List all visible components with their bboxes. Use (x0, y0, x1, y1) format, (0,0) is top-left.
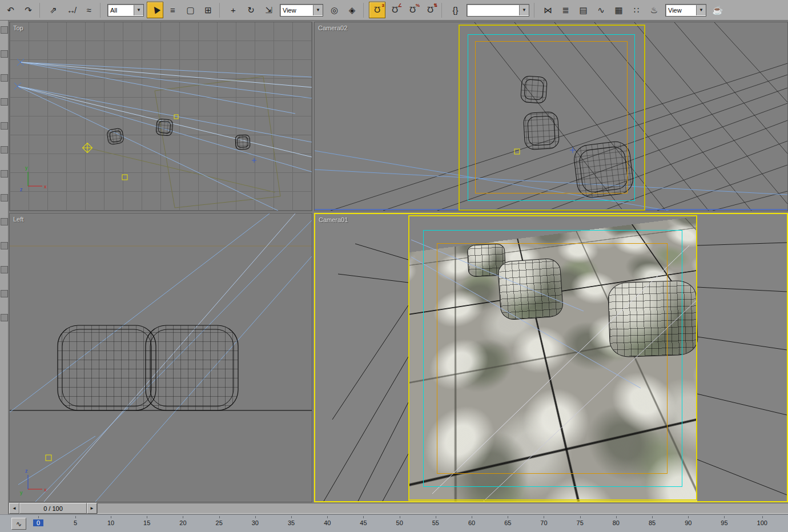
side-panel-icon[interactable] (1, 98, 8, 106)
spinner-snap-icon-badge: ⇅ (433, 3, 437, 8)
top-viewport-wireframe: y x z (10, 22, 312, 211)
viewport-top[interactable]: Top (9, 22, 312, 211)
viewport-camera01[interactable]: Camera01 (314, 213, 788, 502)
dropdown-arrow-icon[interactable]: ▼ (313, 5, 323, 15)
window-crossing-icon[interactable]: ⊞ (200, 2, 216, 18)
material-editor-icon-glyph: ∷ (634, 6, 640, 14)
select-object-icon[interactable]: ▶ (147, 2, 163, 18)
percent-snap-icon[interactable]: Ω% (404, 2, 421, 18)
dropdown-arrow-icon[interactable]: ▼ (134, 5, 143, 15)
material-editor-icon[interactable]: ∷ (628, 2, 645, 18)
select-object-icon-glyph: ▶ (150, 5, 160, 15)
schematic-view-icon[interactable]: ▦ (610, 2, 627, 18)
dropdown-arrow-icon[interactable]: ▼ (696, 5, 706, 15)
select-and-move-icon-glyph: + (231, 6, 236, 14)
side-panel-icon[interactable] (1, 122, 8, 130)
frame-tick-label: 85 (649, 519, 656, 526)
window-crossing-icon-glyph: ⊞ (204, 6, 212, 14)
wireframe-box-objects[interactable] (58, 325, 238, 410)
select-by-name-icon-glyph: ≡ (170, 6, 175, 14)
side-panel-icon[interactable] (1, 242, 8, 249)
undo-icon-glyph: ↶ (7, 6, 14, 14)
render-type-dropdown[interactable]: View▼ (665, 4, 706, 17)
unlink-selection-icon[interactable]: ↮ (63, 2, 79, 18)
named-selection-sets-icon-glyph: {} (452, 6, 458, 14)
redo-icon[interactable]: ↷ (20, 2, 37, 18)
side-panel-icon[interactable] (1, 146, 8, 154)
frame-tick-label: 30 (252, 519, 259, 526)
axis-tripod: z x y (20, 468, 47, 495)
light-source-marker[interactable] (14, 59, 24, 90)
mini-curve-editor-button[interactable]: ∿ (11, 518, 26, 530)
select-by-name-icon[interactable]: ≡ (164, 2, 181, 18)
side-panel-icon[interactable] (1, 218, 8, 225)
light-rays (10, 213, 312, 502)
selection-filter-dropdown[interactable]: All▼ (107, 4, 144, 17)
side-panel-icon[interactable] (1, 74, 8, 82)
rendered-region (408, 215, 697, 501)
viewport-label-camera02[interactable]: Camera02 (318, 25, 347, 31)
select-and-link-icon[interactable]: ⇗ (45, 2, 62, 18)
plane-object-wire[interactable] (155, 76, 280, 208)
use-pivot-center-icon[interactable]: ◎ (326, 2, 343, 18)
reference-coordinate-dropdown[interactable]: View▼ (280, 4, 323, 17)
svg-text:y: y (25, 165, 28, 171)
time-slider-track[interactable] (97, 503, 788, 514)
textured-box-object[interactable] (608, 280, 698, 357)
bind-to-space-warp-icon[interactable]: ≈ (81, 2, 97, 18)
dropdown-arrow-icon[interactable]: ▼ (519, 5, 529, 15)
previous-frame-button[interactable]: ◄ (9, 503, 19, 514)
layer-manager-icon[interactable]: ▤ (575, 2, 592, 18)
side-panel-icon[interactable] (1, 266, 8, 273)
wireframe-box-objects[interactable] (107, 119, 250, 150)
frame-tick-label: 75 (577, 519, 584, 526)
side-panel-icon[interactable] (1, 26, 8, 34)
helper-marker (46, 455, 51, 461)
frame-tick-label: 100 (757, 519, 767, 526)
viewport-label-top[interactable]: Top (13, 25, 23, 31)
undo-icon[interactable]: ↶ (2, 2, 19, 18)
select-and-rotate-icon[interactable]: ↻ (243, 2, 259, 18)
helper-markers (514, 147, 576, 154)
viewport-label-left[interactable]: Left (13, 216, 23, 223)
side-panel-icon[interactable] (1, 50, 8, 58)
align-icon[interactable]: ≣ (557, 2, 574, 18)
time-slider-handle[interactable]: 0 / 100 (19, 503, 87, 514)
named-selection-dropdown[interactable]: ▼ (467, 4, 529, 17)
frame-tick-label: 5 (73, 519, 78, 526)
spinner-snap-icon[interactable]: Ω⇅ (422, 2, 439, 18)
render-scene-icon[interactable]: ♨ (646, 2, 662, 18)
textured-box-object[interactable] (497, 257, 564, 320)
side-panel-icon[interactable] (1, 170, 8, 178)
angle-snap-icon[interactable]: Ω∠ (387, 2, 403, 18)
select-and-scale-icon[interactable]: ⇲ (260, 2, 277, 18)
spinner-snap-icon-glyph: Ω (427, 6, 433, 14)
rectangular-selection-region-icon[interactable]: ▢ (182, 2, 199, 18)
track-bar[interactable]: ∿ 05101520253035404550556065707580859095… (0, 514, 788, 532)
viewport-label-camera01[interactable]: Camera01 (319, 216, 348, 223)
curve-editor-icon[interactable]: ∿ (593, 2, 609, 18)
side-panel-icon[interactable] (1, 314, 8, 321)
select-and-move-icon[interactable]: + (225, 2, 242, 18)
mirror-icon[interactable]: ⋈ (540, 2, 556, 18)
side-panel-icon[interactable] (1, 194, 8, 201)
named-selection-sets-icon[interactable]: {} (447, 2, 464, 18)
side-panel-icon[interactable] (1, 290, 8, 297)
select-and-rotate-icon-glyph: ↻ (247, 6, 255, 14)
quick-render-icon[interactable]: ☕ (709, 2, 726, 18)
selection-filter-dropdown-value: All (108, 7, 134, 14)
schematic-view-icon-glyph: ▦ (614, 6, 622, 14)
select-and-manipulate-icon[interactable]: ◈ (344, 2, 360, 18)
selected-light-marker[interactable] (83, 115, 178, 180)
viewport-left[interactable]: Left z x y (9, 213, 312, 502)
light-ray-bright (44, 213, 295, 502)
select-and-link-icon-glyph: ⇗ (50, 6, 57, 14)
snaps-toggle-icon[interactable]: Ω3 (369, 2, 385, 18)
next-frame-button[interactable]: ► (87, 503, 97, 514)
wireframe-box-objects[interactable] (520, 76, 634, 199)
axis-tripod: y x z (20, 165, 47, 192)
snaps-toggle-icon-glyph: Ω (374, 6, 380, 14)
viewport-camera02[interactable]: Camera02 (314, 22, 788, 211)
toolbar-separator (219, 3, 224, 18)
unlink-selection-icon-glyph: ↮ (67, 6, 75, 14)
